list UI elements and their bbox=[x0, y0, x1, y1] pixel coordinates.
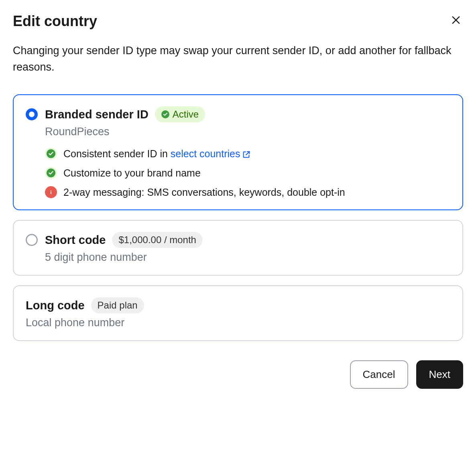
badge-label: $1,000.00 / month bbox=[118, 234, 196, 246]
feature-item: Customize to your brand name bbox=[45, 167, 450, 179]
feature-item: Consistent sender ID in select countries bbox=[45, 148, 450, 160]
close-icon bbox=[450, 14, 462, 27]
feature-text: Consistent sender ID in select countries bbox=[63, 148, 251, 160]
option-title-row: Branded sender ID Active bbox=[45, 106, 205, 122]
option-header: Long code Paid plan bbox=[26, 297, 450, 313]
feature-text: Customize to your brand name bbox=[63, 167, 201, 179]
dialog-title: Edit country bbox=[13, 13, 97, 30]
option-subtitle: Local phone number bbox=[26, 317, 450, 329]
option-header: Short code $1,000.00 / month bbox=[26, 232, 450, 248]
cancel-button[interactable]: Cancel bbox=[350, 360, 408, 389]
option-header: Branded sender ID Active bbox=[26, 106, 450, 122]
status-badge-active: Active bbox=[155, 106, 205, 122]
option-title-row: Short code $1,000.00 / month bbox=[45, 232, 203, 248]
external-link-icon bbox=[242, 150, 251, 159]
option-subtitle: RoundPieces bbox=[45, 126, 450, 138]
price-badge: $1,000.00 / month bbox=[112, 232, 202, 248]
dialog-header: Edit country bbox=[13, 13, 463, 30]
check-icon bbox=[45, 148, 57, 160]
feature-item: 2-way messaging: SMS conversations, keyw… bbox=[45, 186, 450, 198]
select-countries-link[interactable]: select countries bbox=[171, 148, 251, 159]
close-button[interactable] bbox=[449, 13, 463, 28]
feature-list: Consistent sender ID in select countries… bbox=[45, 148, 450, 198]
dialog-footer: Cancel Next bbox=[13, 360, 463, 389]
option-title-row: Long code Paid plan bbox=[26, 297, 144, 313]
option-title: Branded sender ID bbox=[45, 108, 148, 121]
option-subtitle: 5 digit phone number bbox=[45, 251, 450, 264]
badge-label: Paid plan bbox=[98, 300, 138, 311]
option-short-code[interactable]: Short code $1,000.00 / month 5 digit pho… bbox=[13, 220, 463, 276]
radio-branded[interactable] bbox=[26, 108, 38, 120]
feature-text: 2-way messaging: SMS conversations, keyw… bbox=[63, 187, 345, 198]
option-branded-sender-id[interactable]: Branded sender ID Active RoundPieces Con… bbox=[13, 94, 463, 210]
check-circle-icon bbox=[161, 110, 169, 118]
option-title: Short code bbox=[45, 234, 106, 247]
alert-icon bbox=[45, 186, 57, 198]
plan-badge: Paid plan bbox=[91, 297, 144, 313]
badge-label: Active bbox=[173, 109, 199, 120]
svg-rect-3 bbox=[51, 192, 51, 194]
option-long-code[interactable]: Long code Paid plan Local phone number bbox=[13, 285, 463, 341]
radio-short-code[interactable] bbox=[26, 234, 38, 246]
next-button[interactable]: Next bbox=[416, 360, 463, 389]
svg-point-2 bbox=[51, 190, 51, 191]
check-icon bbox=[45, 167, 57, 179]
dialog-description: Changing your sender ID type may swap yo… bbox=[13, 43, 463, 75]
option-title: Long code bbox=[26, 299, 85, 312]
